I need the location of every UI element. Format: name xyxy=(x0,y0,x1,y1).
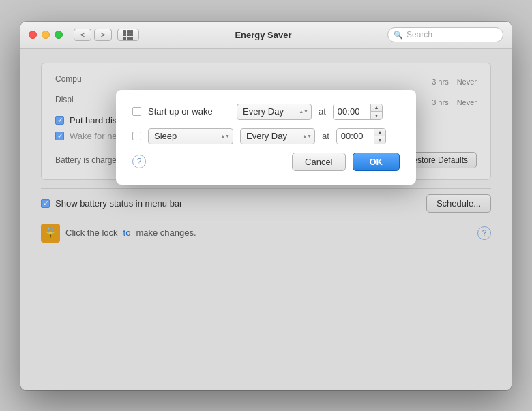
nav-buttons: < > xyxy=(74,29,139,41)
startup-time-input[interactable] xyxy=(334,104,370,119)
main-window: < > Energy Saver 🔍 Search Compu xyxy=(20,22,512,390)
cancel-button[interactable]: Cancel xyxy=(292,153,345,171)
traffic-lights xyxy=(29,31,63,39)
sleep-time-input-wrap: ▲ ▼ xyxy=(336,128,386,144)
grid-button[interactable] xyxy=(117,29,139,41)
startup-time-stepper: ▲ ▼ xyxy=(370,104,382,119)
sleep-at-label: at xyxy=(322,131,329,141)
search-placeholder: Search xyxy=(407,30,497,40)
modal-overlay: Start up or wake Every Day Weekdays Week… xyxy=(20,49,512,390)
sleep-time-down[interactable]: ▼ xyxy=(374,136,385,144)
sleep-time-stepper: ▲ ▼ xyxy=(374,129,385,144)
sleep-time-up[interactable]: ▲ xyxy=(374,129,385,137)
sleep-day-select[interactable]: Every Day Weekdays Weekends Monday Tuesd… xyxy=(240,128,315,144)
modal-row-1: Start up or wake Every Day Weekdays Week… xyxy=(132,104,400,120)
startup-at-label: at xyxy=(319,106,326,117)
startup-time-input-wrap: ▲ ▼ xyxy=(333,104,383,120)
back-button[interactable]: < xyxy=(74,29,91,41)
modal-help-button[interactable]: ? xyxy=(132,155,146,168)
startup-label: Start up or wake xyxy=(148,106,230,117)
ok-button[interactable]: OK xyxy=(353,153,400,171)
startup-day-select[interactable]: Every Day Weekdays Weekends Monday Tuesd… xyxy=(237,104,312,120)
startup-checkbox[interactable] xyxy=(132,107,141,116)
sleep-action-select[interactable]: Sleep Start up or wake Restart Shut Down xyxy=(148,128,233,144)
modal-row-2: Sleep Start up or wake Restart Shut Down… xyxy=(132,128,400,144)
titlebar: < > Energy Saver 🔍 Search xyxy=(20,22,512,49)
sleep-action-select-wrapper: Sleep Start up or wake Restart Shut Down xyxy=(148,128,233,144)
forward-button[interactable]: > xyxy=(94,29,112,41)
sleep-day-select-wrapper: Every Day Weekdays Weekends Monday Tuesd… xyxy=(240,128,315,144)
schedule-modal: Start up or wake Every Day Weekdays Week… xyxy=(116,90,416,185)
startup-time-down[interactable]: ▼ xyxy=(371,112,382,119)
sleep-time-input[interactable] xyxy=(337,129,374,144)
window-title: Energy Saver xyxy=(139,30,387,40)
sleep-checkbox[interactable] xyxy=(132,132,141,140)
maximize-button[interactable] xyxy=(55,31,63,39)
startup-time-up[interactable]: ▲ xyxy=(371,104,382,112)
search-icon: 🔍 xyxy=(394,31,403,40)
search-box[interactable]: 🔍 Search xyxy=(387,27,503,42)
startup-day-select-wrapper: Every Day Weekdays Weekends Monday Tuesd… xyxy=(237,104,312,120)
grid-icon xyxy=(123,30,133,40)
modal-buttons: ? Cancel OK xyxy=(132,153,400,171)
minimize-button[interactable] xyxy=(42,31,50,39)
content-area: Compu 3 hrs Never Displ 3 hrs Never Put … xyxy=(20,49,512,390)
close-button[interactable] xyxy=(29,31,37,39)
